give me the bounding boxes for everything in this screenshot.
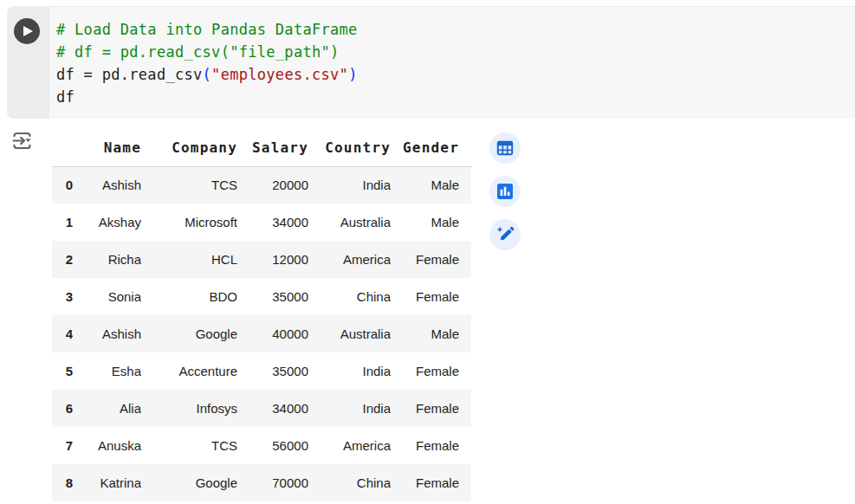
column-header: Salary (237, 130, 308, 166)
row-index: 1 (52, 204, 73, 241)
table-cell: Katrina (73, 464, 141, 501)
table-row: 2RichaHCL12000AmericaFemale (52, 241, 471, 278)
table-cell: Alia (73, 390, 141, 427)
table-cell: Google (141, 464, 237, 501)
table-cell: China (308, 464, 391, 501)
code-token: ) (348, 66, 358, 83)
suggest-charts-button[interactable] (489, 176, 521, 207)
code-cell: # Load Data into Pandas DataFrame# df = … (7, 6, 855, 119)
column-header: Name (73, 130, 141, 166)
table-cell: Esha (73, 352, 141, 390)
table-row: 7AnuskaTCS56000AmericaFemale (52, 427, 471, 464)
table-cell: Female (391, 241, 471, 278)
interactive-table-button[interactable] (489, 132, 521, 164)
row-index: 0 (52, 166, 73, 204)
table-cell: Richa (73, 241, 141, 278)
code-line: df (56, 86, 855, 108)
code-editor[interactable]: # Load Data into Pandas DataFrame# df = … (56, 18, 855, 108)
table-cell: TCS (141, 427, 237, 464)
generate-code-button[interactable] (489, 219, 521, 250)
table-cell: BDO (141, 278, 237, 315)
table-cell: Akshay (73, 204, 141, 241)
table-icon (495, 138, 515, 158)
row-index: 6 (52, 390, 73, 427)
table-cell: Accenture (141, 352, 237, 390)
table-cell: Male (391, 204, 471, 241)
code-token: # df = pd.read_csv("file_path") (56, 43, 340, 61)
code-token: df = pd.read_csv (56, 66, 203, 83)
table-cell: Google (141, 315, 237, 352)
table-cell: Sonia (73, 278, 141, 315)
table-cell: 40000 (237, 315, 308, 352)
table-cell: Microsoft (141, 204, 237, 241)
code-token: df (56, 88, 74, 106)
notebook-page: # Load Data into Pandas DataFrame# df = … (0, 0, 855, 504)
row-index: 7 (52, 427, 73, 464)
table-header-row: NameCompanySalaryCountryGender (52, 130, 471, 166)
table-cell: 35000 (237, 352, 308, 390)
row-index: 5 (52, 352, 73, 390)
column-header: Country (308, 130, 391, 166)
table-cell: Female (391, 390, 471, 427)
table-row: 4AshishGoogle40000AustraliaMale (52, 315, 471, 352)
table-cell: Ashish (73, 315, 141, 352)
table-cell: China (308, 278, 391, 315)
row-index: 8 (52, 464, 73, 501)
table-cell: Infosys (141, 390, 237, 427)
table-row: 8KatrinaGoogle70000ChinaFemale (52, 464, 471, 501)
table-cell: India (308, 352, 391, 390)
table-cell: 34000 (237, 204, 308, 241)
table-cell: 35000 (237, 278, 308, 315)
table-body: 0AshishTCS20000IndiaMale1AkshayMicrosoft… (52, 166, 471, 501)
code-token: # Load Data into Pandas DataFrame (56, 21, 358, 38)
row-index: 4 (52, 315, 73, 352)
table-cell: Anuska (73, 427, 141, 464)
table-cell: 34000 (237, 390, 308, 427)
table-row: 6AliaInfosys34000IndiaFemale (52, 390, 471, 427)
row-index: 2 (52, 241, 73, 278)
table-cell: India (308, 390, 391, 427)
play-icon (23, 26, 33, 36)
table-cell: America (308, 241, 391, 278)
dataframe-table: NameCompanySalaryCountryGender 0AshishTC… (52, 130, 471, 501)
code-line: # df = pd.read_csv("file_path") (56, 41, 855, 63)
table-cell: 20000 (237, 166, 308, 204)
table-cell: Male (391, 315, 471, 352)
table-cell: HCL (141, 241, 237, 278)
edit-sparkle-icon (495, 224, 515, 245)
table-cell: India (308, 166, 391, 204)
code-line: df = pd.read_csv("employees.csv") (56, 63, 855, 86)
table-cell: America (308, 427, 391, 464)
table-cell: TCS (141, 166, 237, 204)
code-token: ( (203, 66, 212, 83)
table-row: 3SoniaBDO35000ChinaFemale (52, 278, 471, 315)
table-cell: Female (391, 278, 471, 315)
table-row: 1AkshayMicrosoft34000AustraliaMale (52, 204, 471, 241)
bar-chart-icon (495, 181, 515, 202)
column-header: Gender (391, 130, 471, 166)
table-cell: Female (391, 464, 471, 501)
table-cell: Australia (308, 204, 391, 241)
code-line: # Load Data into Pandas DataFrame (56, 18, 855, 41)
table-cell: 70000 (237, 464, 308, 501)
code-token: "employees.csv" (211, 66, 348, 83)
row-index: 3 (52, 278, 73, 315)
index-header (52, 130, 73, 166)
table-cell: 56000 (237, 427, 308, 464)
table-cell: 12000 (237, 241, 308, 278)
table-row: 0AshishTCS20000IndiaMale (52, 166, 471, 204)
table-cell: Australia (308, 315, 391, 352)
table-cell: Male (391, 166, 471, 204)
output-options-button[interactable] (10, 129, 34, 152)
table-row: 5EshaAccenture35000IndiaFemale (52, 352, 471, 390)
run-cell-button[interactable] (14, 18, 40, 44)
table-cell: Female (391, 427, 471, 464)
output-options-icon (10, 129, 34, 152)
table-cell: Ashish (73, 166, 141, 204)
column-header: Company (141, 130, 237, 166)
table-cell: Female (391, 352, 471, 390)
